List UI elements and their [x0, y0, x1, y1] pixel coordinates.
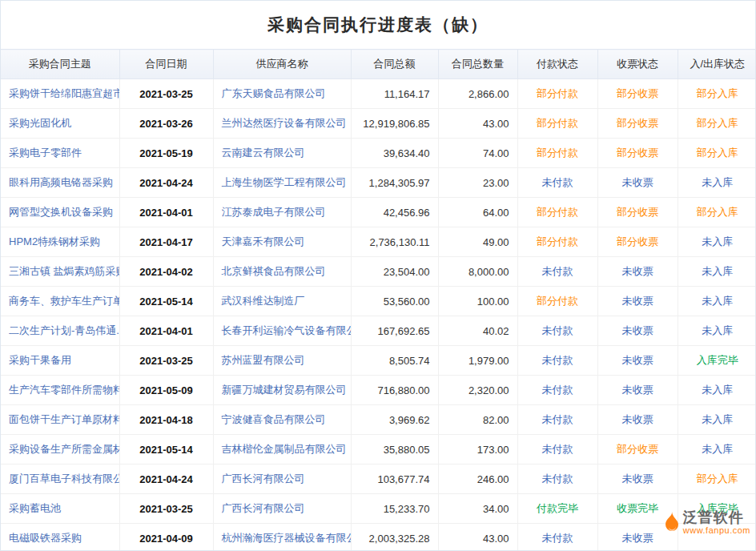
contract-total-quantity: 2,866.00 — [438, 79, 517, 109]
supplier-cell: 宁波健喜食品有限公司 — [213, 405, 351, 435]
supplier-link[interactable]: 杭州瀚海医疗器械设备有限公司 — [222, 532, 352, 544]
contract-subject-link[interactable]: 厦门百草电子科技有限公... — [9, 473, 119, 485]
contract-subject-link[interactable]: 采购电子零部件 — [9, 147, 82, 159]
contract-total-amount: 8,505.74 — [351, 346, 438, 376]
supplier-link[interactable]: 苏州蓝盟有限公司 — [222, 354, 305, 366]
contract-subject-cell: 厦门百草电子科技有限公... — [1, 465, 119, 494]
contract-subject-link[interactable]: 采购光固化机 — [9, 117, 71, 129]
contract-total-amount: 12,919,806.85 — [351, 109, 438, 139]
contract-total-amount: 15,233.70 — [351, 494, 438, 524]
payment-status: 部分付款 — [517, 287, 597, 316]
contract-subject-cell: 采购光固化机 — [1, 109, 119, 139]
payment-status: 未付款 — [517, 435, 597, 465]
table-row[interactable]: 厦门百草电子科技有限公... 2021-04-24 广西长河有限公司 103,6… — [1, 465, 756, 494]
contract-subject-cell: 采购电子零部件 — [1, 139, 119, 168]
stock-status: 部分入库 — [678, 109, 756, 139]
supplier-cell: 天津嘉禾有限公司 — [213, 227, 351, 257]
stock-status: 未入库 — [678, 316, 756, 346]
contract-subject-link[interactable]: 采购设备生产所需金属材料 — [9, 443, 119, 455]
invoice-status: 部分收票 — [597, 435, 678, 465]
contract-subject-link[interactable]: 采购饼干给绵阳惠宜超市 — [9, 87, 119, 99]
contracts-table: 采购合同主题合同日期供应商名称合同总额合同总数量付款状态收票状态入/出库状态 采… — [1, 49, 756, 551]
stock-status: 部分入库 — [678, 198, 756, 227]
contract-subject-link[interactable]: 电磁吸铁器采购 — [9, 532, 82, 544]
table-row[interactable]: 眼科用高频电铬器采购 2021-04-24 上海生物医学工程有限公司 1,284… — [1, 168, 756, 198]
contract-subject-link[interactable]: 网管型交换机设备采购 — [9, 206, 113, 218]
contract-date: 2021-03-25 — [119, 346, 213, 376]
supplier-link[interactable]: 吉林楷伦金属制品有限公司 — [222, 443, 347, 455]
contract-total-amount: 11,164.17 — [351, 79, 438, 109]
table-row[interactable]: 三湘古镇 盐焗素鸡筋采购 2021-04-02 北京鲜祺食品有限公司 23,50… — [1, 257, 756, 287]
column-header-payment: 付款状态 — [517, 50, 597, 79]
payment-status: 未付款 — [517, 257, 597, 287]
table-row[interactable]: 采购蓄电池 2021-03-25 广西长河有限公司 15,233.70 34.0… — [1, 494, 756, 524]
invoice-status: 收票完毕 — [597, 494, 678, 524]
supplier-link[interactable]: 天津嘉禾有限公司 — [222, 235, 305, 247]
invoice-status: 部分收票 — [597, 139, 678, 168]
table-row[interactable]: 网管型交换机设备采购 2021-04-01 江苏泰成电子有限公司 42,456.… — [1, 198, 756, 227]
contract-total-amount: 1,284,305.97 — [351, 168, 438, 198]
supplier-link[interactable]: 武汉科维达制造厂 — [222, 295, 305, 307]
table-row[interactable]: 商务车、救护车生产订单 2021-05-14 武汉科维达制造厂 53,560.0… — [1, 287, 756, 316]
supplier-cell: 北京鲜祺食品有限公司 — [213, 257, 351, 287]
supplier-link[interactable]: 新疆万城建材贸易有限公司 — [222, 384, 347, 396]
contract-subject-link[interactable]: 商务车、救护车生产订单 — [9, 295, 119, 307]
supplier-cell: 吉林楷伦金属制品有限公司 — [213, 435, 351, 465]
contract-date: 2021-04-01 — [119, 316, 213, 346]
supplier-cell: 上海生物医学工程有限公司 — [213, 168, 351, 198]
table-row[interactable]: 面包饼干生产订单原材料 2021-04-18 宁波健喜食品有限公司 3,969.… — [1, 405, 756, 435]
contract-subject-link[interactable]: 面包饼干生产订单原材料 — [9, 413, 119, 425]
contract-total-quantity: 173.00 — [438, 435, 517, 465]
table-row[interactable]: 采购电子零部件 2021-05-19 云南建云有限公司 39,634.40 74… — [1, 139, 756, 168]
stock-status: 部分入库 — [678, 465, 756, 494]
supplier-cell: 广西长河有限公司 — [213, 494, 351, 524]
contract-subject-link[interactable]: 采购干果备用 — [9, 354, 71, 366]
supplier-link[interactable]: 北京鲜祺食品有限公司 — [222, 265, 326, 277]
invoice-status: 未收票 — [597, 524, 678, 551]
stock-status: 未入库 — [678, 257, 756, 287]
supplier-link[interactable]: 广西长河有限公司 — [222, 502, 305, 514]
supplier-link[interactable]: 兰州达然医疗设备有限公司 — [222, 117, 347, 129]
table-row[interactable]: 生产汽车零部件所需物料 2021-05-09 新疆万城建材贸易有限公司 716,… — [1, 376, 756, 405]
contract-subject-link[interactable]: 采购蓄电池 — [9, 502, 61, 514]
invoice-status: 未收票 — [597, 465, 678, 494]
invoice-status: 部分收票 — [597, 198, 678, 227]
payment-status: 部分付款 — [517, 139, 597, 168]
contract-total-amount: 42,456.96 — [351, 198, 438, 227]
contract-total-quantity: 43.00 — [438, 524, 517, 551]
table-row[interactable]: 采购干果备用 2021-03-25 苏州蓝盟有限公司 8,505.74 1,97… — [1, 346, 756, 376]
table-row[interactable]: 采购饼干给绵阳惠宜超市 2021-03-25 广东天赐食品有限公司 11,164… — [1, 79, 756, 109]
payment-status: 部分付款 — [517, 109, 597, 139]
contract-total-quantity: 74.00 — [438, 139, 517, 168]
supplier-link[interactable]: 云南建云有限公司 — [222, 147, 305, 159]
supplier-cell: 武汉科维达制造厂 — [213, 287, 351, 316]
contract-date: 2021-05-14 — [119, 435, 213, 465]
supplier-link[interactable]: 广西长河有限公司 — [222, 473, 305, 485]
supplier-link[interactable]: 长春开利运输冷气设备有限公司 — [222, 324, 352, 336]
contract-subject-link[interactable]: HPM2特殊钢材采购 — [9, 235, 100, 247]
stock-status: 入库完毕 — [678, 494, 756, 524]
contract-date: 2021-05-09 — [119, 376, 213, 405]
stock-status — [678, 524, 756, 551]
table-row[interactable]: 电磁吸铁器采购 2021-04-09 杭州瀚海医疗器械设备有限公司 2,003,… — [1, 524, 756, 551]
stock-status: 未入库 — [678, 376, 756, 405]
table-row[interactable]: 采购光固化机 2021-03-26 兰州达然医疗设备有限公司 12,919,80… — [1, 109, 756, 139]
supplier-link[interactable]: 上海生物医学工程有限公司 — [222, 176, 347, 188]
supplier-link[interactable]: 宁波健喜食品有限公司 — [222, 413, 326, 425]
payment-status: 未付款 — [517, 316, 597, 346]
contract-subject-cell: 电磁吸铁器采购 — [1, 524, 119, 551]
invoice-status: 未收票 — [597, 168, 678, 198]
contract-subject-link[interactable]: 三湘古镇 盐焗素鸡筋采购 — [9, 265, 119, 277]
contract-total-quantity: 246.00 — [438, 465, 517, 494]
table-row[interactable]: 二次生产计划-青岛伟通... 2021-04-01 长春开利运输冷气设备有限公司… — [1, 316, 756, 346]
contract-subject-link[interactable]: 眼科用高频电铬器采购 — [9, 176, 113, 188]
table-row[interactable]: 采购设备生产所需金属材料 2021-05-14 吉林楷伦金属制品有限公司 35,… — [1, 435, 756, 465]
contract-subject-link[interactable]: 二次生产计划-青岛伟通... — [9, 324, 119, 336]
contract-subject-link[interactable]: 生产汽车零部件所需物料 — [9, 384, 119, 396]
supplier-link[interactable]: 江苏泰成电子有限公司 — [222, 206, 326, 218]
table-row[interactable]: HPM2特殊钢材采购 2021-04-17 天津嘉禾有限公司 2,736,130… — [1, 227, 756, 257]
invoice-status: 部分收票 — [597, 227, 678, 257]
contract-total-amount: 23,504.00 — [351, 257, 438, 287]
contract-date: 2021-03-25 — [119, 79, 213, 109]
supplier-link[interactable]: 广东天赐食品有限公司 — [222, 87, 326, 99]
